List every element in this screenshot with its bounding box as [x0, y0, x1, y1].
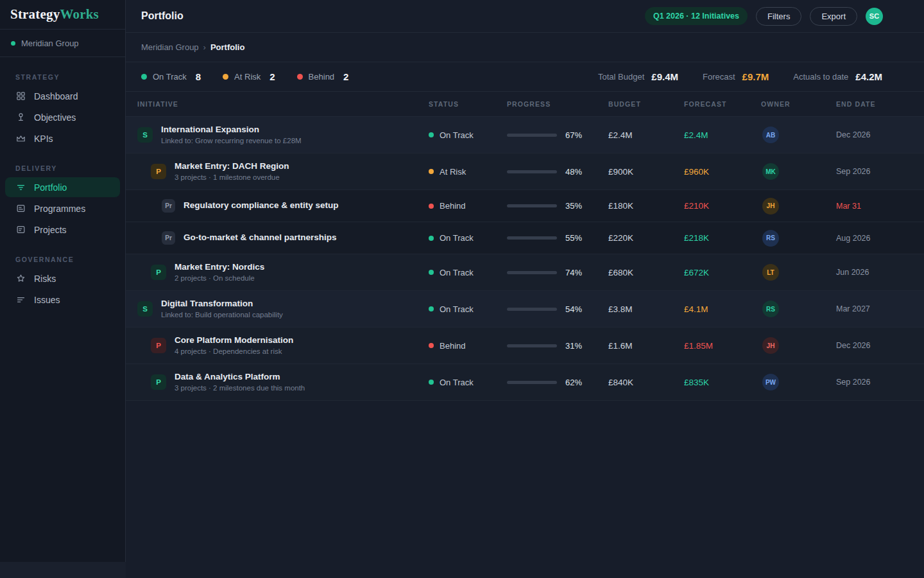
metric-actuals-to-date: Actuals to date £4.2M — [793, 71, 882, 82]
legend-label: At Risk — [234, 72, 261, 82]
initiative-text: Market Entry: Nordics 2 projects · On sc… — [175, 261, 264, 284]
user-avatar[interactable]: SC — [866, 8, 883, 25]
progress-cell: 54% — [507, 304, 608, 314]
status-label: At Risk — [440, 167, 466, 177]
org-switcher[interactable]: Meridian Group — [0, 30, 125, 57]
summary-bar: On Track 8 At Risk 2 Behind 2 Total Budg… — [126, 62, 924, 92]
owner-avatar[interactable]: JH — [762, 198, 779, 215]
legend-item-behind[interactable]: Behind 2 — [297, 71, 349, 82]
status-dot — [141, 74, 147, 80]
sidebar-item-portfolio[interactable]: Portfolio — [5, 177, 120, 197]
breadcrumb-parent[interactable]: Meridian Group — [141, 42, 199, 52]
status-label: On Track — [440, 378, 474, 387]
sidebar-item-programmes[interactable]: Programmes — [5, 198, 120, 218]
table-row[interactable]: S Digital Transformation Linked to: Buil… — [126, 291, 924, 328]
table-row[interactable]: P Market Entry: DACH Region 3 projects ·… — [126, 153, 924, 190]
forecast-value: £4.1M — [684, 304, 761, 314]
status-dot — [429, 169, 434, 174]
owner-cell: RS — [761, 301, 836, 317]
status-label: On Track — [440, 130, 474, 140]
status-label: On Track — [440, 268, 474, 277]
sidebar-section-governance: GOVERNANCE — [15, 256, 125, 263]
owner-avatar[interactable]: AB — [762, 127, 779, 143]
initiative-title: Data & Analytics Platform — [175, 371, 305, 383]
metric-total-budget: Total Budget £9.4M — [598, 71, 678, 82]
table-row[interactable]: P Market Entry: Nordics 2 projects · On … — [126, 254, 924, 291]
column-header-owner: OWNER — [761, 100, 836, 108]
end-date: Mar 2027 — [836, 304, 897, 313]
star-icon — [15, 273, 26, 284]
initiative-cell: P Market Entry: DACH Region 3 projects ·… — [137, 161, 429, 183]
logo-text-secondary: Works — [60, 6, 99, 22]
progress-cell: 67% — [507, 130, 608, 140]
table-row[interactable]: Pr Regulatory compliance & entity setup … — [126, 190, 924, 222]
progress-bar — [507, 308, 557, 311]
owner-avatar[interactable]: RS — [762, 230, 779, 247]
forecast-value: £1.85M — [684, 341, 761, 351]
status-dot — [223, 74, 228, 80]
logo-text-primary: Strategy — [10, 6, 60, 22]
status-dot — [429, 343, 434, 348]
table-row[interactable]: Pr Go-to-market & channel partnerships O… — [126, 222, 924, 254]
owner-cell: JH — [761, 198, 836, 215]
sidebar-item-kpis[interactable]: KPIs — [5, 128, 120, 148]
owner-cell: JH — [761, 337, 836, 354]
progress-percent: 55% — [565, 233, 582, 243]
initiative-type-badge: Pr — [162, 199, 175, 213]
status-label: On Track — [440, 304, 474, 314]
table-row[interactable]: P Core Platform Modernisation 4 projects… — [126, 328, 924, 364]
progress-percent: 74% — [565, 268, 582, 277]
initiative-cell: Pr Regulatory compliance & entity setup — [137, 199, 429, 213]
owner-avatar[interactable]: JH — [762, 337, 779, 354]
end-date: Dec 2026 — [836, 130, 897, 139]
sidebar-item-dashboard[interactable]: Dashboard — [5, 86, 120, 106]
sidebar-item-objectives[interactable]: Objectives — [5, 107, 120, 127]
status-label: Behind — [440, 201, 465, 211]
sidebar-item-label: Objectives — [34, 112, 76, 123]
initiative-text: Go-to-market & channel partnerships — [184, 232, 337, 243]
column-header-end-date: END DATE — [836, 100, 897, 108]
initiative-subtitle: 4 projects · Dependencies at risk — [175, 347, 293, 357]
sidebar-item-issues[interactable]: Issues — [5, 290, 120, 310]
status-legend: On Track 8 At Risk 2 Behind 2 — [141, 71, 348, 82]
sidebar-item-risks[interactable]: Risks — [5, 268, 120, 288]
status-cell: On Track — [429, 268, 507, 277]
sidebar-item-label: Programmes — [34, 204, 85, 214]
legend-item-ontrack[interactable]: On Track 8 — [141, 71, 201, 82]
initiative-cell: S International Expansion Linked to: Gro… — [137, 124, 429, 146]
metric-label: Total Budget — [598, 72, 644, 82]
initiative-text: Data & Analytics Platform 3 projects · 2… — [175, 371, 305, 394]
owner-avatar[interactable]: RS — [762, 301, 779, 317]
budget-value: £180K — [608, 201, 684, 211]
sidebar-item-projects[interactable]: Projects — [5, 220, 120, 240]
owner-avatar[interactable]: PW — [762, 374, 779, 390]
budget-value: £840K — [608, 378, 684, 387]
owner-avatar[interactable]: MK — [762, 163, 779, 180]
sidebar-section-delivery: DELIVERY — [15, 164, 125, 172]
sidebar-item-label: Projects — [34, 225, 67, 235]
status-dot — [429, 204, 434, 209]
column-header-forecast: FORECAST — [684, 100, 761, 108]
table-row[interactable]: P Data & Analytics Platform 3 projects ·… — [126, 364, 924, 401]
document-card-icon — [15, 203, 26, 214]
initiative-table-body: S International Expansion Linked to: Gro… — [126, 117, 924, 401]
end-date: Jun 2026 — [836, 268, 897, 277]
budget-metrics: Total Budget £9.4M Forecast £9.7M Actual… — [598, 71, 882, 82]
table-row[interactable]: S International Expansion Linked to: Gro… — [126, 117, 924, 153]
status-dot — [429, 380, 434, 385]
owner-avatar[interactable]: LT — [762, 264, 779, 281]
initiative-title: International Expansion — [161, 124, 302, 136]
initiative-type-badge: P — [151, 338, 166, 353]
status-dot — [297, 74, 303, 80]
initiative-title: Regulatory compliance & entity setup — [184, 200, 339, 211]
budget-value: £900K — [608, 167, 684, 177]
sidebar-item-label: Dashboard — [34, 91, 78, 101]
filters-button[interactable]: Filters — [756, 7, 801, 26]
status-label: Behind — [440, 341, 465, 351]
export-button[interactable]: Export — [810, 7, 857, 26]
column-header-initiative: INITIATIVE — [137, 100, 429, 108]
main-content: Portfolio Q1 2026 · 12 Initiatives Filte… — [126, 0, 924, 578]
owner-cell: LT — [761, 264, 836, 281]
legend-item-atrisk[interactable]: At Risk 2 — [223, 71, 275, 82]
progress-percent: 67% — [565, 130, 582, 140]
